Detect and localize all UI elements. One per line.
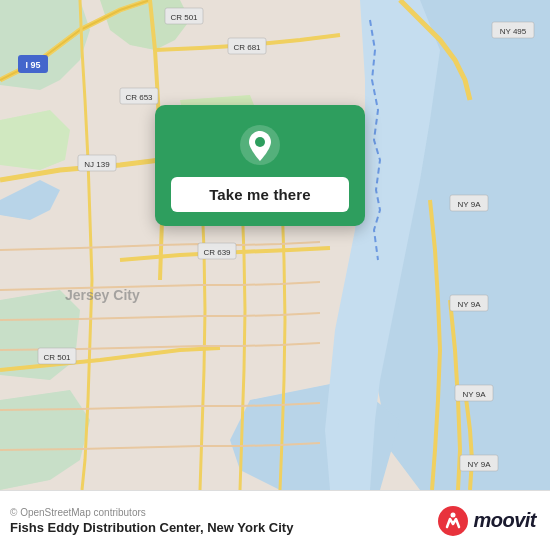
svg-text:CR 639: CR 639: [203, 248, 231, 257]
svg-text:CR 681: CR 681: [233, 43, 261, 52]
popup-card: Take me there: [155, 105, 365, 226]
svg-text:NY 9A: NY 9A: [458, 300, 482, 309]
svg-text:CR 501: CR 501: [170, 13, 198, 22]
svg-text:CR 501: CR 501: [43, 353, 71, 362]
svg-point-29: [451, 512, 456, 517]
svg-text:NY 9A: NY 9A: [463, 390, 487, 399]
location-name: Fishs Eddy Distribution Center, New York…: [10, 520, 293, 535]
svg-text:NY 9A: NY 9A: [458, 200, 482, 209]
osm-credit: © OpenStreetMap contributors: [10, 507, 293, 518]
svg-point-27: [255, 137, 265, 147]
map-background: I 95 CR 501 CR 653 CR 681 NJ 139 CR 639 …: [0, 0, 550, 490]
moovit-text: moovit: [473, 509, 536, 532]
svg-text:I 95: I 95: [25, 60, 40, 70]
svg-text:CR 653: CR 653: [125, 93, 153, 102]
svg-text:NJ 139: NJ 139: [84, 160, 110, 169]
svg-text:Jersey City: Jersey City: [65, 287, 140, 303]
svg-point-28: [438, 506, 468, 536]
svg-text:NY 495: NY 495: [500, 27, 527, 36]
take-me-there-button[interactable]: Take me there: [171, 177, 349, 212]
footer: © OpenStreetMap contributors Fishs Eddy …: [0, 490, 550, 550]
moovit-logo: moovit: [437, 505, 536, 537]
location-pin-icon: [238, 123, 282, 167]
moovit-logo-icon: [437, 505, 469, 537]
footer-left: © OpenStreetMap contributors Fishs Eddy …: [10, 507, 293, 535]
map-container: I 95 CR 501 CR 653 CR 681 NJ 139 CR 639 …: [0, 0, 550, 490]
svg-text:NY 9A: NY 9A: [468, 460, 492, 469]
